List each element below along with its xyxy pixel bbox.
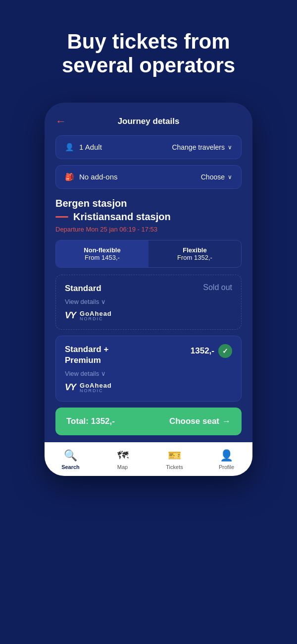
nav-search-label: Search <box>61 464 80 470</box>
route-to: Kristiansand stasjon <box>73 211 171 223</box>
search-icon: 🔍 <box>64 449 77 462</box>
nav-tickets-label: Tickets <box>166 464 183 470</box>
addons-icon: 🎒 <box>65 173 74 181</box>
tab-non-flexible[interactable]: Non-flexible From 1453,- <box>56 240 148 267</box>
chevron-down-icon: ∨ <box>228 174 232 180</box>
ticket-standard-premium[interactable]: Standard + Premium 1352,- ✓ View details… <box>55 336 242 402</box>
nav-search[interactable]: 🔍 Search <box>45 449 97 470</box>
ticket-type-tabs: Non-flexible From 1453,- Flexible From 1… <box>55 240 242 268</box>
ticket-name-standard: Standard <box>65 283 101 294</box>
tab-non-flexible-price: From 1453,- <box>61 254 144 261</box>
goahead-sub: NORDIC <box>80 317 112 321</box>
route-section: Bergen stasjon Kristiansand stasjon Depa… <box>55 198 242 233</box>
chevron-down-icon: ∨ <box>101 298 106 305</box>
travelers-value: 1 Adult <box>79 143 102 151</box>
tickets-icon: 🎫 <box>168 449 181 462</box>
map-icon: 🗺 <box>117 449 128 462</box>
ticket-name-premium: Standard + Premium <box>65 344 108 366</box>
addons-selector[interactable]: 🎒 No add-ons Choose ∨ <box>55 165 242 189</box>
operator-logos-standard: VY GoAhead NORDIC <box>65 310 232 321</box>
phone-header: ← Journey details <box>55 117 242 126</box>
choose-addons-label: Choose <box>201 173 225 181</box>
ticket-standard-sold-out[interactable]: Standard Sold out View details ∨ VY GoAh… <box>55 275 242 330</box>
headline-line1: Buy tickets from <box>67 30 230 53</box>
vy-logo: VY <box>65 310 76 321</box>
selected-check-icon: ✓ <box>218 344 232 358</box>
vy-logo: VY <box>65 382 76 393</box>
tab-flexible-price: From 1352,- <box>153 254 236 261</box>
phone-mockup: ← Journey details 👤 1 Adult Change trave… <box>45 103 252 476</box>
departure-info: Departure Mon 25 jan 06:19 - 17:53 <box>55 226 242 233</box>
arrow-icon: → <box>222 416 231 426</box>
view-details-standard[interactable]: View details ∨ <box>65 298 232 305</box>
nav-profile[interactable]: 👤 Profile <box>200 449 252 470</box>
page-title: Journey details <box>118 117 180 126</box>
addons-value: No add-ons <box>79 173 118 181</box>
goahead-name: GoAhead <box>80 382 112 389</box>
ticket-price-premium: 1352,- <box>191 346 214 356</box>
chevron-down-icon: ∨ <box>101 370 106 377</box>
tab-flexible[interactable]: Flexible From 1352,- <box>148 240 241 267</box>
route-line-icon <box>55 216 68 218</box>
change-travelers-label: Change travelers <box>172 143 225 151</box>
view-details-premium[interactable]: View details ∨ <box>65 370 232 377</box>
person-icon: 👤 <box>65 143 74 152</box>
sold-out-label: Sold out <box>203 283 232 292</box>
nav-map[interactable]: 🗺 Map <box>97 449 148 470</box>
goahead-name: GoAhead <box>80 310 112 317</box>
total-price: Total: 1352,- <box>66 416 115 426</box>
headline-line2: several operators <box>62 54 235 77</box>
tab-flexible-label: Flexible <box>153 246 236 254</box>
back-button[interactable]: ← <box>55 115 66 128</box>
goahead-sub: NORDIC <box>80 389 112 393</box>
choose-seat-label: Choose seat → <box>169 416 231 426</box>
tab-non-flexible-label: Non-flexible <box>61 246 144 254</box>
operator-logos-premium: VY GoAhead NORDIC <box>65 382 232 393</box>
route-from: Bergen stasjon <box>55 198 242 209</box>
headline: Buy tickets from several operators <box>42 0 255 78</box>
choose-seat-button[interactable]: Total: 1352,- Choose seat → <box>55 408 242 435</box>
travelers-selector[interactable]: 👤 1 Adult Change travelers ∨ <box>55 135 242 159</box>
chevron-down-icon: ∨ <box>228 144 232 151</box>
nav-tickets[interactable]: 🎫 Tickets <box>148 449 200 470</box>
bottom-navigation: 🔍 Search 🗺 Map 🎫 Tickets 👤 Profile <box>45 442 252 476</box>
nav-map-label: Map <box>117 464 128 470</box>
nav-profile-label: Profile <box>219 464 234 470</box>
profile-icon: 👤 <box>220 449 233 462</box>
